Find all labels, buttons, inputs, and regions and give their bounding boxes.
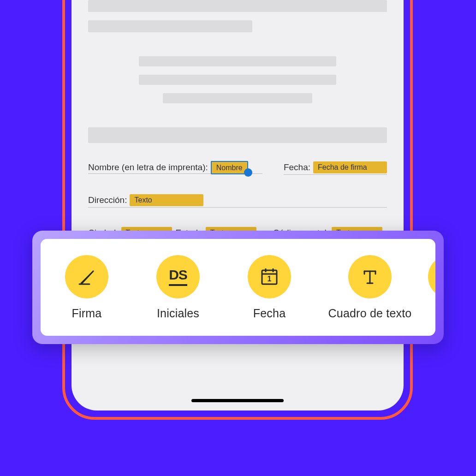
note-icon [428, 255, 435, 298]
field-toolbar-panel: Firma DS Iniciales 1 Fecha [32, 231, 444, 344]
tool-label: Fecha [253, 307, 286, 320]
name-group: Nombre (en letra de imprenta): Nombre [88, 162, 262, 174]
date-group: Fecha: Fecha de firma [284, 161, 387, 175]
tool-cuadro-de-texto[interactable]: Cuadro de texto [324, 255, 416, 320]
tool-label: Cuadro de texto [328, 307, 412, 320]
placeholder-line [139, 56, 336, 66]
address-group: Dirección: Texto [88, 194, 387, 208]
home-indicator [191, 399, 284, 402]
svg-text:1: 1 [268, 275, 272, 283]
tool-fecha[interactable]: 1 Fecha [232, 255, 306, 320]
placeholder-line [88, 0, 387, 12]
signature-icon [65, 255, 108, 298]
name-label: Nombre (en letra de imprenta): [88, 162, 208, 173]
phone-frame-outer: Nombre (en letra de imprenta): Nombre Fe… [62, 0, 413, 420]
placeholder-line [139, 75, 336, 85]
text-icon [348, 255, 392, 298]
placeholder-line [88, 20, 252, 32]
selection-handle[interactable] [244, 168, 252, 177]
date-label: Fecha: [284, 162, 310, 173]
placeholder-line [88, 127, 387, 143]
tool-iniciales[interactable]: DS Iniciales [141, 255, 215, 320]
tool-label: Iniciales [157, 307, 199, 320]
tool-firma[interactable]: Firma [50, 255, 124, 320]
calendar-icon: 1 [248, 255, 291, 298]
document-placeholder-block [88, 0, 387, 143]
tool-label: Firma [72, 307, 102, 320]
address-label: Dirección: [88, 195, 127, 205]
field-toolbar[interactable]: Firma DS Iniciales 1 Fecha [41, 239, 435, 336]
tool-noti[interactable]: Noti [434, 255, 435, 320]
date-field-tag[interactable]: Fecha de firma [313, 161, 387, 173]
address-field-tag[interactable]: Texto [130, 194, 203, 206]
name-field-tag[interactable]: Nombre [211, 161, 248, 174]
placeholder-line [163, 93, 312, 103]
initials-icon: DS [156, 255, 200, 298]
phone-screen: Nombre (en letra de imprenta): Nombre Fe… [71, 0, 404, 411]
